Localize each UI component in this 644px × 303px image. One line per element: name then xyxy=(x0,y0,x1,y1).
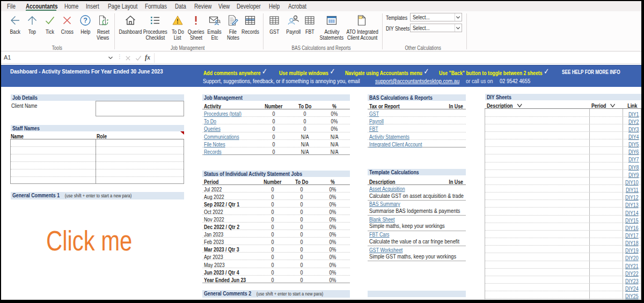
svg-text:?: ? xyxy=(83,17,87,24)
